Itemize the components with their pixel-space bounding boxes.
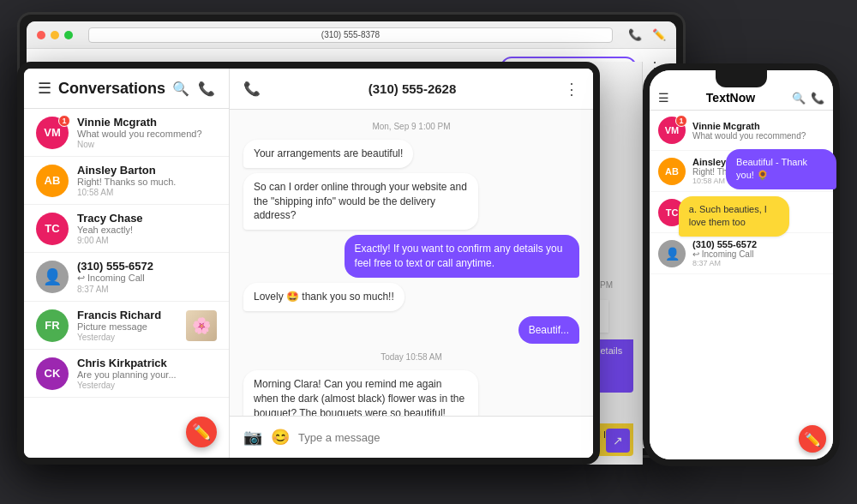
chat-phone-number: (310) 555-2628 bbox=[261, 81, 564, 96]
phone: ☰ TextNow 🔍 📞 VM 1 Vinnie Mcgrath What w… bbox=[643, 63, 840, 466]
sidebar: ☰ Conversations 🔍 📞 VM 1 bbox=[24, 69, 230, 458]
phone-search-icon[interactable]: 🔍 bbox=[792, 92, 806, 105]
conv-info-ab: Ainsley Barton Right! Thanks so much. 10… bbox=[77, 164, 217, 197]
date-sep9: Mon, Sep 9 1:00 PM bbox=[243, 122, 579, 131]
conv-info-tc: Tracy Chase Yeah exactly! 9:00 AM bbox=[77, 212, 217, 245]
phone-icon[interactable]: 📞 bbox=[198, 81, 215, 97]
conv-item-ainsley[interactable]: AB Ainsley Barton Right! Thanks so much.… bbox=[24, 157, 229, 205]
conv-item-tracy[interactable]: TC Tracy Chase Yeah exactly! 9:00 AM bbox=[24, 205, 229, 253]
more-menu-icon[interactable]: ⋮ bbox=[564, 80, 579, 99]
fab-area: ✏️ bbox=[24, 415, 229, 458]
phone-compose-fab[interactable]: ✏️ bbox=[799, 425, 826, 453]
camera-icon[interactable]: 📷 bbox=[243, 428, 262, 447]
traffic-light-green[interactable] bbox=[64, 31, 73, 39]
sidebar-icons: 🔍 📞 bbox=[172, 81, 215, 97]
conversation-list: VM 1 Vinnie Mcgrath What would you recom… bbox=[24, 109, 229, 415]
phone-bubble-2: a. Such beauties, I love them too bbox=[679, 196, 789, 237]
tablet-layout: ☰ Conversations 🔍 📞 VM 1 bbox=[24, 69, 593, 458]
phone-menu-icon[interactable]: ☰ bbox=[658, 91, 669, 105]
message-input[interactable] bbox=[298, 423, 579, 451]
conv-item-chris[interactable]: CK Chris Kirkpatrick Are you planning yo… bbox=[24, 350, 229, 398]
chat-input-bar: 📷 😊 bbox=[230, 416, 593, 458]
phone-badge-vm: 1 bbox=[675, 115, 687, 127]
phone-icon[interactable]: 📞 bbox=[628, 28, 642, 41]
scene: (310) 555-8378 📞 ✏️ Ainsley Barton Call … bbox=[17, 12, 840, 492]
call-icon[interactable]: 📞 bbox=[243, 81, 261, 97]
msg-4: Lovely 🤩 thank you so much!! bbox=[243, 283, 405, 311]
msg-1: Your arrangements are beautiful! bbox=[243, 140, 413, 168]
phone-avatar-num: 👤 bbox=[658, 240, 686, 267]
phone-bubble-1: Beautiful - Thank you! 🌻 bbox=[726, 149, 836, 189]
conv-item-francis[interactable]: FR Francis Richard Picture message Yeste… bbox=[24, 302, 229, 350]
msg-5: Beautif... bbox=[518, 316, 579, 345]
phone-app-title: TextNow bbox=[674, 91, 787, 105]
picture-thumbnail: 🌸 bbox=[186, 310, 217, 341]
avatar-num: 👤 bbox=[36, 261, 69, 293]
chat-area: 📞 (310) 555-2628 ⋮ Mon, Sep 9 1:00 PM Yo… bbox=[230, 69, 593, 458]
share-icon[interactable]: ↗ bbox=[606, 429, 630, 453]
phone-notch bbox=[716, 70, 767, 87]
compose-fab[interactable]: ✏️ bbox=[186, 417, 217, 447]
traffic-light-yellow[interactable] bbox=[51, 31, 59, 39]
phone-conv-vinnie[interactable]: VM 1 Vinnie Mcgrath What would you recom… bbox=[650, 111, 833, 151]
phone-chat-overlay: Beautiful - Thank you! 🌻 a. Such beautie… bbox=[679, 149, 840, 237]
phone-fab-area: ✏️ bbox=[650, 279, 833, 460]
msg-6: Morning Clara! Can you remind me again w… bbox=[243, 370, 478, 416]
avatar-ab: AB bbox=[36, 165, 69, 197]
emoji-icon[interactable]: 😊 bbox=[271, 428, 290, 447]
phone-screen: ☰ TextNow 🔍 📞 VM 1 Vinnie Mcgrath What w… bbox=[650, 70, 833, 459]
unread-badge-vm: 1 bbox=[58, 115, 70, 127]
search-icon[interactable]: 🔍 bbox=[172, 81, 189, 97]
avatar-ck: CK bbox=[36, 357, 69, 390]
phone-avatar-vm: VM 1 bbox=[658, 117, 686, 144]
msg-3: Exactly! If you want to confirm any deta… bbox=[345, 235, 579, 278]
msg-2: So can I order online through your websi… bbox=[243, 173, 478, 230]
phone-call-icon[interactable]: 📞 bbox=[811, 92, 824, 105]
phone-conv-number[interactable]: 👤 (310) 555-6572 ↩ Incoming Call 8:37 AM bbox=[650, 233, 833, 274]
traffic-light-red[interactable] bbox=[37, 31, 45, 39]
laptop-browser-bar: (310) 555-8378 📞 ✏️ bbox=[27, 21, 676, 49]
conv-info-fr: Francis Richard Picture message Yesterda… bbox=[77, 309, 177, 342]
phone-info-vm: Vinnie Mcgrath What would you recommend? bbox=[692, 121, 824, 141]
compose-icon[interactable]: ✏️ bbox=[652, 28, 666, 41]
conv-info-vm: Vinnie Mcgrath What would you recommend?… bbox=[77, 116, 217, 149]
address-bar[interactable]: (310) 555-8378 bbox=[88, 27, 613, 43]
date-today: Today 10:58 AM bbox=[243, 352, 579, 362]
conv-info-num: (310) 555-6572 ↩ Incoming Call 8:37 AM bbox=[77, 260, 217, 294]
conv-info-ck: Chris Kirkpatrick Are you planning your.… bbox=[77, 357, 217, 390]
sidebar-title: Conversations bbox=[58, 80, 165, 98]
sidebar-header: ☰ Conversations 🔍 📞 bbox=[24, 69, 229, 109]
conv-item-number[interactable]: 👤 (310) 555-6572 ↩ Incoming Call 8:37 AM bbox=[24, 253, 229, 302]
menu-icon[interactable]: ☰ bbox=[38, 79, 51, 98]
chat-header: 📞 (310) 555-2628 ⋮ bbox=[230, 69, 593, 110]
avatar-vm: VM 1 bbox=[36, 117, 69, 149]
tablet: ☰ Conversations 🔍 📞 VM 1 bbox=[17, 62, 600, 465]
conv-item-vinnie[interactable]: VM 1 Vinnie Mcgrath What would you recom… bbox=[24, 109, 229, 157]
chat-messages: Mon, Sep 9 1:00 PM Your arrangements are… bbox=[230, 110, 593, 416]
avatar-fr: FR bbox=[36, 309, 69, 342]
avatar-tc: TC bbox=[36, 213, 69, 245]
phone-info-num: (310) 555-6572 ↩ Incoming Call 8:37 AM bbox=[692, 239, 824, 267]
